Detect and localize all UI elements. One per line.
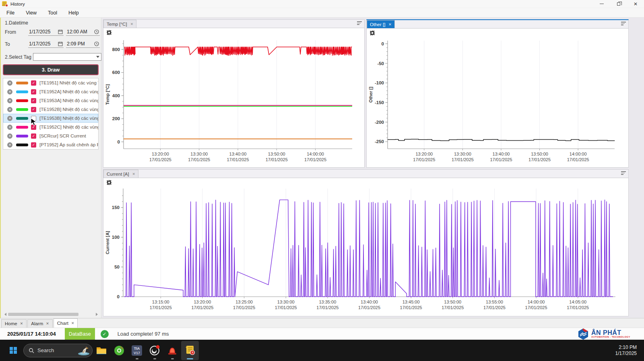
remove-icon[interactable]: ✕ [7, 107, 12, 112]
close-icon[interactable]: ✕ [130, 22, 134, 26]
tag-checkbox-TE1952B[interactable]: ✓ [31, 107, 36, 112]
tag-checkbox-TE1952C[interactable]: ✓ [31, 125, 36, 130]
remove-icon[interactable]: ✕ [7, 142, 12, 148]
remove-icon[interactable]: ✕ [7, 80, 12, 86]
tag-checkbox-TE1951[interactable]: ✓ [31, 80, 36, 86]
menu-view[interactable]: View [20, 9, 42, 17]
remove-icon[interactable]: ✕ [7, 89, 12, 94]
svg-text:-200: -200 [375, 120, 384, 125]
scroll-right-arrow-icon[interactable] [95, 312, 99, 316]
tag-color-swatch [16, 117, 28, 120]
window-close-button[interactable]: ✕ [627, 0, 644, 8]
from-label: From [5, 29, 28, 35]
menu-file[interactable]: File [1, 9, 20, 17]
tag-select-dropdown[interactable] [33, 53, 101, 61]
title-bar: History ✕ [0, 0, 644, 8]
tag-checkbox-SCRcur[interactable]: ✓ [31, 133, 36, 139]
taskbar: Search TIAV17 2:10 PM 1/17/2025 [0, 340, 644, 361]
remove-icon[interactable]: ✕ [7, 125, 12, 130]
taskbar-tia-portal[interactable]: TIAV17 [128, 341, 146, 360]
tab-temp[interactable]: Temp [°C]✕ [103, 20, 136, 28]
temp-chart-canvas[interactable]: 13:20:0017/01/202513:30:0017/01/202513:4… [103, 28, 364, 167]
menu-tool[interactable]: Tool [42, 9, 63, 17]
tag-row-TE1952B[interactable]: ✕✓[TE1952B] Nhiệt độ các vùng TE 1952B [3, 105, 98, 114]
tag-row-SCRcur[interactable]: ✕✓[SCRcur] SCR Current [3, 131, 98, 140]
window-restore-button[interactable] [610, 0, 627, 8]
svg-text:17/01/2025: 17/01/2025 [525, 305, 547, 310]
scroll-left-arrow-icon[interactable] [3, 312, 7, 316]
other-chart-canvas[interactable]: 13:20:0017/01/202513:30:0017/01/202513:4… [367, 29, 628, 167]
doc-tab-label: Chart [57, 321, 68, 326]
doc-tab-home[interactable]: Home✕ [1, 319, 27, 328]
panel-menu-icon[interactable] [357, 21, 362, 26]
svg-text:17/01/2025: 17/01/2025 [227, 157, 249, 162]
scrollbar-thumb[interactable] [8, 313, 78, 316]
tag-row-TE1952C[interactable]: ✕✓[TE1952C] Nhiệt độ các vùng TE 1952C [3, 123, 98, 131]
taskbar-alarm-app[interactable] [163, 341, 181, 360]
tag-label: [TE1953A] Nhiệt độ các vùng TE 1953A [39, 98, 98, 103]
window-title: History [10, 2, 25, 6]
tag-row-TE1952A[interactable]: ✕✓[TE1952A] Nhiệt độ các vùng TE 1952A [3, 87, 98, 96]
svg-text:13:45:00: 13:45:00 [402, 299, 420, 304]
taskbar-clock[interactable]: 2:10 PM 1/17/2025 [615, 345, 637, 357]
close-icon[interactable]: ✕ [388, 23, 392, 27]
window-minimize-button[interactable] [593, 0, 610, 8]
taskbar-search-box[interactable]: Search [23, 344, 93, 357]
status-bar: 2025/01/17 14:10:04 DataBase ✓ Load comp… [0, 328, 644, 340]
from-date-field[interactable]: 1/17/2025 [28, 28, 64, 36]
panel-menu-icon[interactable] [621, 22, 626, 26]
history-app-icon [185, 345, 195, 355]
current-chart-canvas[interactable]: 13:15:0017/01/202513:20:0017/01/202513:2… [103, 178, 628, 316]
draw-button[interactable]: 3. Draw [3, 64, 99, 75]
svg-text:13:40:00: 13:40:00 [361, 299, 378, 304]
tag-checkbox-TE1953B[interactable] [31, 116, 36, 121]
start-button[interactable] [6, 344, 20, 357]
clock-icon [94, 29, 99, 34]
tag-row-PT1952[interactable]: ✕✓[PT1952] Áp suất chênh áp PT 1952 [3, 140, 98, 149]
menu-help[interactable]: Help [63, 9, 85, 17]
taskbar-obs[interactable] [146, 341, 163, 360]
charts-area: Temp [°C]✕ 13:20:0017/01/202513:30:0017/… [102, 18, 644, 318]
doc-tab-alarm[interactable]: Alarm✕ [27, 319, 53, 328]
svg-text:17/01/2025: 17/01/2025 [490, 157, 512, 162]
close-icon[interactable]: ✕ [71, 321, 74, 325]
tab-current[interactable]: Current [A]✕ [103, 170, 138, 178]
gear-icon[interactable] [106, 30, 112, 35]
siren-icon [167, 346, 178, 355]
sidebar: 1.Datetime From 1/17/2025 12:00 AM To 1/… [0, 18, 101, 318]
to-time-field[interactable]: 2:09 PM [66, 40, 100, 48]
tag-row-TE1953B[interactable]: ✕[TE1953B] Nhiệt độ các vùng TE 1953B [3, 114, 98, 123]
tab-other[interactable]: Other []✕ [367, 20, 395, 28]
sidebar-horizontal-scrollbar[interactable] [3, 312, 99, 316]
svg-text:Temp [°C]: Temp [°C] [105, 84, 110, 105]
panel-menu-icon[interactable] [621, 171, 626, 176]
close-icon[interactable]: ✕ [132, 172, 136, 176]
from-time-field[interactable]: 12:00 AM [66, 28, 100, 36]
taskbar-green-app[interactable] [110, 341, 128, 360]
taskbar-history-app[interactable] [181, 341, 199, 360]
svg-text:13:20:00: 13:20:00 [194, 299, 211, 304]
doc-tab-chart[interactable]: Chart✕ [54, 318, 78, 328]
remove-icon[interactable]: ✕ [7, 98, 12, 103]
tag-row-TE1951[interactable]: ✕✓[TE1951] Nhiệt độ các vùng TE 1951 [3, 78, 98, 87]
svg-text:Other []: Other [] [368, 86, 373, 103]
gear-icon[interactable] [106, 180, 112, 185]
svg-text:13:40:00: 13:40:00 [493, 152, 510, 156]
close-icon[interactable]: ✕ [20, 322, 23, 326]
svg-text:13:15:00: 13:15:00 [152, 299, 169, 304]
to-date-field[interactable]: 1/17/2025 [28, 40, 64, 48]
doc-tab-label: Home [5, 321, 17, 326]
close-icon[interactable]: ✕ [46, 322, 49, 326]
svg-text:17/01/2025: 17/01/2025 [188, 157, 210, 162]
tag-checkbox-PT1952[interactable]: ✓ [31, 142, 36, 148]
tag-row-TE1953A[interactable]: ✕✓[TE1953A] Nhiệt độ các vùng TE 1953A [3, 96, 98, 105]
remove-icon[interactable]: ✕ [7, 133, 12, 139]
tag-checkbox-TE1952A[interactable]: ✓ [31, 89, 36, 94]
to-label: To [5, 41, 28, 47]
brand-tagline: AUTOMATION - TECHNOLOGY [591, 336, 630, 338]
gear-icon[interactable] [369, 30, 375, 36]
svg-text:17/01/2025: 17/01/2025 [233, 305, 255, 310]
remove-icon[interactable]: ✕ [7, 116, 12, 121]
taskbar-file-explorer[interactable] [93, 341, 110, 360]
tag-checkbox-TE1953A[interactable]: ✓ [31, 98, 36, 103]
